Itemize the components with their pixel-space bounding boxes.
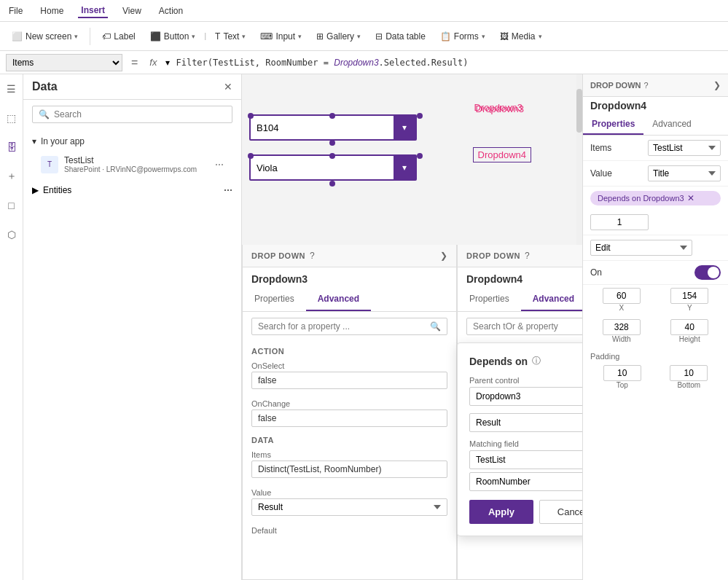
chevron-down-icon-2: ▾ [192, 33, 195, 40]
button-button[interactable]: ⬛ Button ▾ [144, 28, 202, 44]
media-button[interactable]: 🖼 Media ▾ [494, 28, 548, 44]
expand-icon-1[interactable]: ❯ [440, 251, 447, 261]
data-table-button[interactable]: ⊟ Data table [369, 28, 431, 44]
dropdown4-tabs: Properties Advanced [458, 288, 582, 312]
right-panel-tabs: Properties Advanced [583, 114, 728, 136]
expand-icon-3[interactable]: ❯ [713, 80, 721, 90]
test-list-more-button[interactable]: ⋯ [215, 160, 224, 170]
sidebar-icon-media[interactable]: □ [3, 197, 20, 214]
dropdown4-search-input[interactable] [473, 321, 582, 332]
entities-more-button[interactable]: ⋯ [224, 185, 232, 195]
menu-action[interactable]: Action [156, 4, 186, 17]
menu-home[interactable]: Home [37, 4, 66, 17]
search-icon-2: 🔍 [430, 321, 441, 332]
dropdown3-search-input[interactable] [258, 321, 426, 332]
result-select[interactable]: Result [469, 413, 582, 432]
handle-bc-1[interactable] [329, 140, 335, 146]
right-panel-header: DROP DOWN ? ❯ [583, 74, 728, 97]
tab-advanced-2[interactable]: Advanced [521, 288, 582, 311]
width-input[interactable] [603, 319, 641, 335]
on-toggle[interactable] [694, 265, 721, 280]
handle-tl-1[interactable] [248, 113, 254, 119]
handle-tc-2[interactable] [329, 153, 335, 159]
dropdown4-search-container: 🔍 [466, 318, 582, 335]
tab-properties-1[interactable]: Properties [243, 288, 306, 311]
data-search-input[interactable] [54, 109, 226, 119]
tab-properties-2[interactable]: Properties [458, 288, 521, 311]
bottom-input[interactable] [670, 365, 708, 381]
label-button[interactable]: 🏷 Label [96, 28, 141, 44]
top-input[interactable] [603, 365, 641, 381]
chevron-down-icon-4: ▾ [298, 33, 302, 40]
chevron-right-icon: ▶ [32, 185, 39, 195]
dropdown4-toggle[interactable]: ▾ [394, 156, 415, 179]
formula-text[interactable]: Filter(TestList, RoomNumber = Dropdown3.… [176, 58, 722, 68]
items-row-right: Items TestList [583, 136, 728, 161]
items-select-right[interactable]: TestList [648, 140, 721, 156]
test-list-select[interactable]: TestList [469, 450, 582, 469]
formula-bar: Items = fx ▾ Filter(TestList, RoomNumber… [0, 51, 728, 74]
value-select-1[interactable]: Result [251, 498, 447, 516]
data-panel-close-button[interactable]: ✕ [224, 81, 232, 93]
matching-field: Matching field TestList RoomNumber [469, 439, 582, 491]
chevron-down-icon-6: ▾ [482, 33, 485, 40]
handle-tl-2[interactable] [248, 153, 254, 159]
items-dropdown[interactable]: Items [6, 54, 122, 71]
menu-insert[interactable]: Insert [78, 4, 108, 18]
tab-advanced-right[interactable]: Advanced [643, 114, 700, 135]
entities-row[interactable]: ▶ Entities ⋯ [23, 181, 241, 200]
width-label: Width [612, 335, 631, 343]
on-label-right: On [590, 267, 602, 278]
text-button[interactable]: T Text ▾ [209, 28, 251, 44]
sidebar-icon-variables[interactable]: ⬡ [3, 226, 20, 243]
value-row-right: Value Title [583, 161, 728, 187]
dropdown3-toggle[interactable]: ▾ [394, 116, 415, 139]
menu-file[interactable]: File [6, 4, 26, 17]
forms-button[interactable]: 📋 Forms ▾ [434, 28, 491, 44]
value-select-right[interactable]: Title [648, 165, 721, 181]
chevron-down-icon-3: ▾ [242, 33, 246, 40]
x-input[interactable] [603, 288, 641, 304]
items-input-1[interactable] [251, 461, 447, 478]
sidebar-icon-add[interactable]: ＋ [3, 168, 20, 185]
width-field: Width [590, 319, 653, 345]
room-number-select[interactable]: RoomNumber [469, 472, 582, 491]
dropdown3-input[interactable] [251, 119, 394, 136]
tab-properties-right[interactable]: Properties [583, 114, 643, 135]
depends-badge-close[interactable]: ✕ [687, 193, 694, 203]
scrollbar-thumb[interactable] [576, 89, 582, 133]
input-button[interactable]: ⌨ Input ▾ [254, 28, 308, 44]
items-label-1: Items [251, 450, 447, 459]
parent-control-select[interactable]: Dropdown3 [469, 387, 582, 406]
main-layout: ☰ ⬚ 🗄 ＋ □ ⬡ Data ✕ 🔍 ▾ In your app T Te [0, 74, 728, 580]
sidebar-icon-menu[interactable]: ☰ [3, 80, 20, 98]
new-screen-button[interactable]: ⬜ New screen ▾ [6, 28, 84, 44]
handle-bc-2[interactable] [329, 181, 335, 187]
y-input[interactable] [670, 288, 708, 304]
sidebar-icon-layers[interactable]: ⬚ [3, 109, 20, 127]
num-input[interactable] [590, 214, 649, 230]
handle-tc-1[interactable] [329, 113, 335, 119]
matching-field-label: Matching field [469, 439, 582, 448]
xy-row: X Y [583, 285, 728, 316]
gallery-button[interactable]: ⊞ Gallery ▾ [310, 28, 367, 44]
apply-button[interactable]: Apply [469, 500, 533, 524]
test-list-item[interactable]: T TestList SharePoint · LRVinNC@powermvp… [23, 151, 241, 178]
handle-tr-1[interactable] [417, 113, 423, 119]
edit-select[interactable]: Edit [590, 240, 692, 256]
dropdown4-input[interactable] [251, 160, 394, 176]
depends-badge: Depends on Dropdown3 ✕ [590, 191, 721, 205]
sidebar-icon-data[interactable]: 🗄 [3, 138, 20, 156]
on-select-input-1[interactable] [251, 372, 447, 389]
dropdown4-panel-header: DROP DOWN ? ❯ [458, 245, 582, 267]
depends-header: Depends on ⓘ ✕ [469, 355, 582, 367]
in-your-app-header[interactable]: ▾ In your app [23, 132, 241, 151]
on-change-input-1[interactable] [251, 409, 447, 427]
dropdown3-panel: DROP DOWN ? ❯ Dropdown3 Properties Advan… [242, 245, 457, 580]
height-input[interactable] [670, 319, 708, 335]
cancel-button[interactable]: Cancel [539, 500, 582, 524]
handle-tr-2[interactable] [417, 153, 423, 159]
menu-view[interactable]: View [120, 4, 144, 17]
tab-advanced-1[interactable]: Advanced [306, 288, 371, 311]
button-icon: ⬛ [150, 31, 161, 42]
